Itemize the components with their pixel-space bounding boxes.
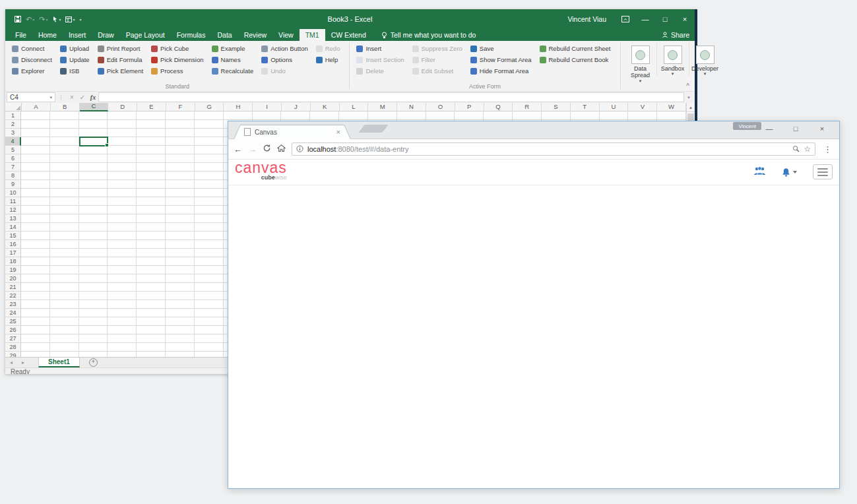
scroll-up-icon[interactable]: ▲: [687, 103, 695, 112]
print-report-button[interactable]: Print Report: [95, 43, 146, 54]
row-header-13[interactable]: 13: [5, 214, 21, 223]
collapse-ribbon-icon[interactable]: ^: [686, 83, 689, 90]
minimize-button[interactable]: —: [635, 9, 655, 29]
browser-tab-canvas[interactable]: Canvas ×: [234, 125, 351, 139]
share-button[interactable]: Share: [662, 29, 689, 41]
recalculate-button[interactable]: Recalculate: [209, 65, 257, 77]
row-header-8[interactable]: 8: [5, 172, 21, 180]
ribbon-tab-data[interactable]: Data: [211, 29, 238, 41]
column-header-g[interactable]: G: [195, 103, 224, 111]
upload-button[interactable]: Upload: [57, 43, 92, 54]
new-tab-button[interactable]: [358, 125, 388, 133]
row-header-29[interactable]: 29: [5, 352, 21, 357]
row-header-15[interactable]: 15: [5, 232, 21, 240]
signed-in-user[interactable]: Vincent Viau: [567, 15, 606, 23]
row-header-20[interactable]: 20: [5, 274, 21, 283]
column-header-i[interactable]: I: [253, 103, 282, 111]
disconnect-button[interactable]: Disconnect: [9, 54, 55, 65]
row-header-7[interactable]: 7: [5, 163, 21, 172]
column-header-s[interactable]: S: [542, 103, 571, 111]
row-header-6[interactable]: 6: [5, 154, 21, 163]
menu-icon[interactable]: [813, 164, 833, 179]
next-sheet-icon[interactable]: ▸: [17, 358, 29, 367]
ribbon-tab-file[interactable]: File: [9, 29, 32, 41]
ribbon-tab-view[interactable]: View: [272, 29, 300, 41]
pick-element-button[interactable]: Pick Element: [95, 65, 146, 77]
column-header-r[interactable]: R: [513, 103, 542, 111]
explorer-button[interactable]: Explorer: [9, 65, 55, 77]
row-header-28[interactable]: 28: [5, 343, 21, 352]
canvas-logo[interactable]: canvas cubewise: [235, 161, 287, 181]
sandbox-button[interactable]: Sandbox▾: [656, 43, 689, 76]
column-header-b[interactable]: B: [51, 103, 80, 111]
maximize-button[interactable]: □: [655, 9, 675, 29]
new-sheet-button[interactable]: +: [89, 358, 98, 367]
ribbon-tab-tm1[interactable]: TM1: [300, 29, 325, 41]
insert-function-icon[interactable]: fx: [88, 92, 98, 102]
enter-entry-icon[interactable]: ✓: [77, 92, 88, 102]
column-header-j[interactable]: J: [282, 103, 311, 111]
ribbon-tab-draw[interactable]: Draw: [92, 29, 120, 41]
tell-me-box[interactable]: Tell me what you want to do: [381, 29, 476, 41]
column-header-c[interactable]: C: [80, 103, 109, 111]
column-header-t[interactable]: T: [571, 103, 600, 111]
connect-button[interactable]: Connect: [9, 43, 55, 54]
customize-qat-icon[interactable]: ▾: [80, 17, 82, 22]
names-button[interactable]: Names: [209, 54, 257, 65]
row-header-26[interactable]: 26: [5, 326, 21, 334]
show-format-area-button[interactable]: Show Format Area: [468, 54, 534, 65]
save-icon[interactable]: [15, 16, 21, 22]
column-header-o[interactable]: O: [426, 103, 455, 111]
formula-input[interactable]: [98, 92, 684, 102]
row-header-1[interactable]: 1: [5, 111, 21, 120]
column-header-m[interactable]: M: [368, 103, 397, 111]
row-header-24[interactable]: 24: [5, 309, 21, 317]
column-header-h[interactable]: H: [224, 103, 253, 111]
name-box-caret-icon[interactable]: ▾: [49, 95, 52, 100]
tab-close-icon[interactable]: ×: [336, 129, 340, 135]
info-icon[interactable]: [296, 143, 303, 155]
row-header-14[interactable]: 14: [5, 223, 21, 232]
column-header-a[interactable]: A: [22, 103, 51, 111]
ribbon-tab-page-layout[interactable]: Page Layout: [120, 29, 171, 41]
name-box[interactable]: C4 ▾: [7, 92, 55, 102]
selected-cell[interactable]: [79, 137, 109, 146]
row-header-3[interactable]: 3: [5, 129, 21, 137]
url-text[interactable]: localhost:8080/test/#/data-entry: [307, 145, 788, 153]
column-header-d[interactable]: D: [108, 103, 137, 111]
process-button[interactable]: Process: [148, 65, 206, 77]
save-button[interactable]: Save: [468, 43, 534, 54]
column-header-l[interactable]: L: [340, 103, 369, 111]
row-header-16[interactable]: 16: [5, 240, 21, 249]
layout-icon[interactable]: ▾: [65, 16, 75, 22]
column-header-n[interactable]: N: [397, 103, 426, 111]
row-header-23[interactable]: 23: [5, 300, 21, 309]
browser-menu-icon[interactable]: ⋮: [821, 144, 834, 154]
data-spread-button[interactable]: Data Spread▾: [625, 43, 656, 83]
example-button[interactable]: Example: [209, 43, 257, 54]
address-bar[interactable]: localhost:8080/test/#/data-entry ☆: [292, 142, 815, 156]
select-all-button[interactable]: [5, 103, 22, 111]
rebuild-current-book-button[interactable]: Rebuild Current Book: [537, 54, 614, 65]
expand-formula-bar-icon[interactable]: ▾: [684, 92, 693, 102]
row-header-5[interactable]: 5: [5, 146, 21, 154]
options-button[interactable]: Options: [259, 54, 311, 65]
pick-dimension-button[interactable]: Pick Dimension: [148, 54, 206, 65]
back-icon[interactable]: ←: [234, 145, 242, 154]
bookmark-star-icon[interactable]: ☆: [804, 146, 811, 153]
edit-formula-button[interactable]: Edit Formula: [95, 54, 146, 65]
row-header-22[interactable]: 22: [5, 292, 21, 300]
insert-button[interactable]: Insert: [354, 43, 406, 54]
column-header-u[interactable]: U: [600, 103, 629, 111]
rebuild-current-sheet-button[interactable]: Rebuild Current Sheet: [537, 43, 614, 54]
column-header-p[interactable]: P: [455, 103, 484, 111]
row-header-17[interactable]: 17: [5, 249, 21, 257]
cancel-entry-icon[interactable]: ×: [67, 92, 77, 102]
users-icon[interactable]: [753, 166, 766, 178]
column-header-v[interactable]: V: [628, 103, 657, 111]
ribbon-display-options-icon[interactable]: [616, 9, 635, 29]
column-header-f[interactable]: F: [166, 103, 195, 111]
developer-button[interactable]: Developer▾: [689, 43, 721, 76]
ribbon-tab-formulas[interactable]: Formulas: [171, 29, 212, 41]
row-header-27[interactable]: 27: [5, 334, 21, 343]
